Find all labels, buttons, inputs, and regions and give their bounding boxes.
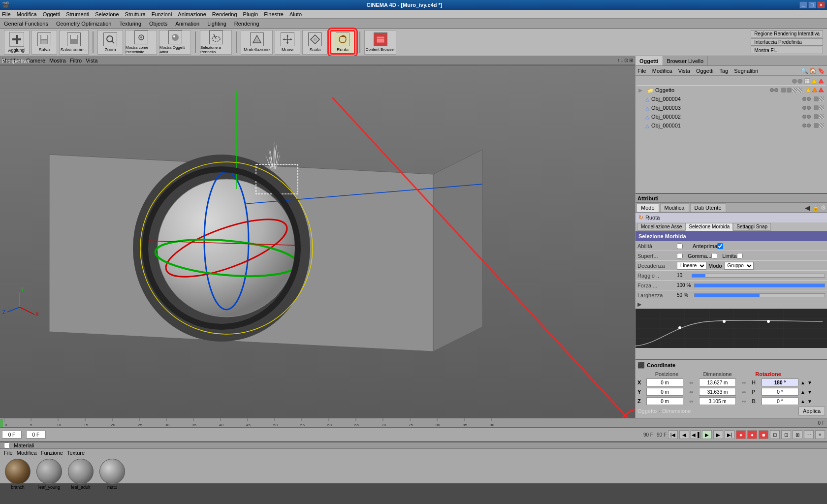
subtab-modellazione[interactable]: Modellazione Asse: [637, 223, 685, 231]
coord-x-arrow-up[interactable]: ▲: [800, 380, 805, 385]
start-frame-input[interactable]: [26, 431, 46, 439]
goto-end-button[interactable]: ▶|: [725, 430, 734, 439]
minimize-button[interactable]: _: [799, 1, 807, 8]
maximize-button[interactable]: □: [808, 1, 816, 8]
modellazione-button[interactable]: Modellazione: [241, 30, 273, 55]
aggiungi-button[interactable]: Aggiungi: [4, 30, 30, 55]
subtab-selezione-morbida[interactable]: Selezione Morbida: [685, 223, 733, 231]
attr-select-decadenza[interactable]: Lineare: [677, 262, 706, 270]
attr-collapse-row[interactable]: ▶: [636, 300, 827, 309]
coord-y-dim[interactable]: [699, 388, 736, 396]
objects-menu-file[interactable]: File: [637, 68, 646, 74]
tab-objects[interactable]: Objects: [147, 20, 169, 28]
coord-z-arrow-up[interactable]: ▲: [800, 399, 805, 404]
menu-plugin[interactable]: Plugin: [243, 11, 258, 17]
objects-menu-segnalibri[interactable]: Segnalibri: [734, 68, 758, 74]
ruota-button[interactable]: Ruota: [330, 30, 355, 55]
coord-y-rot[interactable]: [762, 388, 798, 396]
attr-slider-larghezza[interactable]: [694, 293, 825, 297]
coord-y-pos[interactable]: [646, 388, 683, 396]
objects-menu-tag[interactable]: Tag: [719, 68, 728, 74]
zoom-button[interactable]: Zoom: [97, 30, 123, 55]
objects-menu-modifica[interactable]: Modifica: [652, 68, 672, 74]
coord-y-arrow-dn[interactable]: ▼: [807, 389, 812, 395]
materials-checkbox[interactable]: [4, 442, 10, 448]
coord-x-arrow-dn[interactable]: ▼: [807, 380, 812, 385]
tab-rendering[interactable]: Rendering: [232, 20, 261, 28]
attr-select-modo[interactable]: Gruppo: [724, 262, 754, 270]
mat-menu-modifica[interactable]: Modifica: [17, 450, 37, 456]
object-row-000003[interactable]: △ Obj_000003: [636, 103, 826, 112]
playback-extra1[interactable]: ⊡: [770, 430, 780, 439]
mostra-oggetti-button[interactable]: Mostra Oggetti Attivi: [159, 30, 191, 55]
menu-funzioni[interactable]: Funzioni: [152, 11, 172, 17]
menu-selezione[interactable]: Selezione: [95, 11, 119, 17]
record-stop[interactable]: ■: [759, 430, 768, 439]
coord-x-pos[interactable]: [646, 378, 683, 386]
tab-geometry-optimization[interactable]: Geometry Optimization: [54, 20, 113, 28]
titlebar-controls[interactable]: _ □ ×: [799, 1, 825, 8]
viewport-menu-vista[interactable]: Vista: [86, 58, 97, 63]
tab-browser-livello[interactable]: Browser Livello: [663, 56, 708, 65]
menu-rendering[interactable]: Rendering: [212, 11, 237, 17]
attr-tab-modifica[interactable]: Modifica: [660, 203, 689, 212]
mat-menu-texture[interactable]: Texture: [67, 450, 85, 456]
menu-struttura[interactable]: Struttura: [125, 11, 146, 17]
attr-tab-modo[interactable]: Modo: [636, 203, 659, 212]
viewport[interactable]: Modifica Camere Mostra Filtro Vista ↑ ↓ …: [0, 56, 635, 418]
attr-lock-icon[interactable]: 🔒: [812, 204, 820, 211]
playback-extra5[interactable]: ≡: [815, 430, 825, 439]
attr-arrow-icon[interactable]: ◀: [805, 204, 810, 212]
viewport-menu-mostra[interactable]: Mostra: [49, 58, 66, 63]
record-btn1[interactable]: ●: [736, 430, 746, 439]
menu-animazione[interactable]: Animazione: [178, 11, 206, 17]
attr-checkbox-limita[interactable]: [737, 253, 743, 259]
attr-tab-dati-utente[interactable]: Dati Utente: [690, 203, 726, 212]
coord-x-dim[interactable]: [699, 378, 736, 386]
menu-file[interactable]: File: [2, 11, 11, 17]
attr-slider-raggio[interactable]: [692, 274, 825, 278]
attr-checkbox-gomma[interactable]: [711, 253, 717, 259]
material-branch[interactable]: branch: [4, 459, 32, 490]
search-icon[interactable]: 🔍: [801, 67, 808, 74]
goto-start-button[interactable]: |◀: [668, 430, 678, 439]
menu-strumenti[interactable]: Strumenti: [66, 11, 89, 17]
menu-oggetti[interactable]: Oggetti: [43, 11, 60, 17]
subtab-settaggi-snap[interactable]: Settaggi Snap: [733, 223, 771, 231]
salva-come-button[interactable]: Salva come...: [59, 30, 89, 55]
mat-menu-file[interactable]: File: [4, 450, 13, 456]
scala-button[interactable]: Scala: [302, 30, 328, 55]
playback-extra3[interactable]: ⊞: [793, 430, 802, 439]
menu-finestre[interactable]: Finestre: [264, 11, 284, 17]
play-reverse-button[interactable]: ◀▐: [691, 430, 700, 439]
coord-z-rot[interactable]: [762, 397, 798, 405]
coord-y-arrow-up[interactable]: ▲: [800, 389, 805, 395]
prev-frame-button[interactable]: ◀: [679, 430, 689, 439]
attr-slider-forza[interactable]: [694, 284, 825, 287]
current-frame-input[interactable]: [2, 431, 22, 439]
attr-settings-icon[interactable]: ⚙: [821, 204, 826, 211]
timeline-ruler[interactable]: 0 5 10 15 20 25 30 35 40 45 50 55 60: [4, 418, 816, 427]
interfaccia-predef-btn[interactable]: Interfaccia Predefinita: [751, 38, 823, 46]
muovi-button[interactable]: Muovi: [275, 30, 300, 55]
object-row-000001[interactable]: △ Obj_000001: [636, 121, 826, 130]
coord-z-arrow-dn[interactable]: ▼: [807, 399, 812, 404]
playback-extra2[interactable]: ⊡: [781, 430, 791, 439]
tab-animation[interactable]: Animation: [173, 20, 201, 28]
attr-checkbox-abilita[interactable]: [677, 243, 683, 249]
viewport-menu-filtro[interactable]: Filtro: [70, 58, 82, 63]
attr-checkbox-superf[interactable]: [677, 253, 683, 259]
tab-texturing[interactable]: Texturing: [117, 20, 143, 28]
objects-menu-vista[interactable]: Vista: [678, 68, 690, 74]
coord-x-rot[interactable]: [762, 378, 798, 386]
next-frame-button[interactable]: ▶: [713, 430, 723, 439]
home-icon[interactable]: 🏠: [809, 67, 817, 74]
playback-extra4[interactable]: ⋯: [804, 430, 814, 439]
mat-menu-funzione[interactable]: Funzione: [41, 450, 63, 456]
viewport-nav-icon1[interactable]: ↑: [617, 58, 620, 63]
tab-oggetti[interactable]: Oggetti: [636, 56, 663, 65]
tab-lighting[interactable]: Lighting: [205, 20, 228, 28]
menu-aiuto[interactable]: Aiuto: [289, 11, 302, 17]
menu-modifica[interactable]: Modifica: [17, 11, 37, 17]
objects-menu-oggetti[interactable]: Oggetti: [696, 68, 713, 74]
